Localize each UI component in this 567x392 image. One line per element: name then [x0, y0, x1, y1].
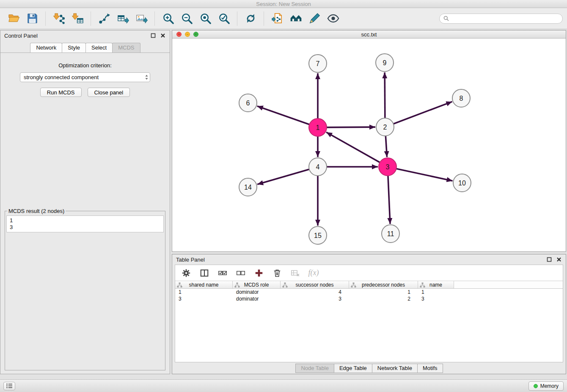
save-session-icon[interactable]	[25, 11, 40, 26]
column-header-label: shared name	[189, 282, 218, 288]
close-window-button[interactable]	[176, 32, 182, 37]
column-header-label: MCDS role	[244, 282, 269, 288]
column-header-successor-nodes[interactable]: successor nodes	[281, 281, 349, 288]
import-table-icon[interactable]	[70, 11, 85, 26]
table-row[interactable]: 3dominator323	[175, 295, 563, 302]
table-cell-shared-name: 1	[175, 289, 233, 295]
zoom-window-button[interactable]	[193, 32, 198, 37]
edge-3-10[interactable]	[394, 168, 453, 181]
node-3[interactable]: 3	[379, 158, 396, 176]
column-header-predecessor-nodes[interactable]: predecessor nodes	[349, 281, 418, 288]
tab-mcds[interactable]: MCDS	[112, 43, 140, 52]
column-sort-icon[interactable]	[351, 282, 356, 288]
table-header-row: shared nameMCDS rolesuccessor nodesprede…	[175, 281, 563, 289]
import-network-icon[interactable]	[51, 11, 66, 26]
column-header-filler	[454, 281, 563, 288]
control-panel-title: Control Panel	[4, 33, 146, 39]
edge-3-1[interactable]	[326, 132, 382, 163]
network-graph[interactable]: 7968124314101511	[172, 39, 566, 251]
column-header-label: successor nodes	[295, 282, 333, 288]
zoom-selected-icon[interactable]	[216, 11, 231, 26]
window-controls	[176, 32, 202, 37]
mcds-result-list[interactable]: 13	[6, 215, 164, 232]
search-box[interactable]	[439, 14, 563, 24]
column-sort-icon[interactable]	[177, 282, 182, 288]
float-panel-icon[interactable]	[150, 33, 156, 39]
table-settings-icon[interactable]	[181, 268, 192, 278]
tab-network[interactable]: Network	[30, 43, 62, 52]
select-all-icon[interactable]	[217, 268, 228, 278]
refresh-icon[interactable]	[243, 11, 258, 26]
zoom-in-icon[interactable]	[160, 11, 176, 26]
memory-button[interactable]: Memory	[528, 381, 564, 391]
optimization-select[interactable]: strongly connected component	[20, 72, 150, 82]
open-file-icon[interactable]	[6, 11, 21, 26]
edge-4-14[interactable]	[257, 168, 312, 184]
tab-select[interactable]: Select	[85, 43, 113, 52]
app-titlebar[interactable]: Session: New Session	[0, 0, 567, 8]
window-title: Session: New Session	[256, 1, 311, 7]
node-9[interactable]: 9	[376, 54, 394, 72]
tab-motifs[interactable]: Motifs	[417, 364, 443, 373]
export-image-icon[interactable]	[134, 11, 149, 26]
network-window-titlebar[interactable]: scc.txt	[172, 30, 566, 39]
column-header-name[interactable]: name	[418, 281, 454, 288]
close-panel-icon[interactable]	[160, 33, 166, 39]
node-1[interactable]: 1	[309, 119, 327, 136]
node-14[interactable]: 14	[239, 178, 257, 196]
edge-3-11[interactable]	[388, 173, 390, 224]
add-row-icon[interactable]	[253, 268, 264, 278]
edge-2-3[interactable]	[385, 133, 387, 157]
close-panel-button[interactable]: Close panel	[88, 88, 130, 97]
column-sort-icon[interactable]	[234, 282, 240, 288]
zoom-fit-icon[interactable]	[198, 11, 213, 26]
tab-node-table[interactable]: Node Table	[295, 364, 334, 373]
node-2[interactable]: 2	[376, 118, 394, 136]
network-window: scc.txt 7968124314101511	[172, 30, 566, 252]
task-history-button[interactable]	[3, 382, 15, 390]
zoom-out-icon[interactable]	[179, 11, 194, 26]
node-15[interactable]: 15	[309, 226, 327, 244]
node-4[interactable]: 4	[309, 158, 327, 176]
table-panel-title: Table Panel	[176, 257, 542, 263]
control-panel-body: Optimization criterion: strongly connect…	[0, 53, 170, 374]
node-10[interactable]: 10	[453, 174, 471, 192]
network-canvas[interactable]: 7968124314101511	[172, 39, 566, 251]
node-6[interactable]: 6	[239, 94, 257, 112]
deselect-all-icon[interactable]	[235, 268, 246, 278]
edge-2-9[interactable]	[385, 72, 385, 121]
column-sort-icon[interactable]	[420, 282, 425, 288]
node-7[interactable]: 7	[309, 55, 327, 72]
column-visibility-icon[interactable]	[199, 268, 210, 278]
edge-1-2[interactable]	[324, 127, 375, 127]
tab-style[interactable]: Style	[62, 43, 86, 52]
annotations-icon[interactable]	[307, 11, 322, 26]
search-input[interactable]	[451, 16, 559, 22]
export-network-icon[interactable]	[96, 11, 112, 26]
tab-edge-table[interactable]: Edge Table	[334, 364, 372, 373]
toggle-visibility-icon[interactable]	[325, 11, 341, 26]
edge-1-6[interactable]	[257, 106, 312, 125]
edge-2-8[interactable]	[391, 102, 452, 125]
column-header-mcds-role[interactable]: MCDS role	[233, 281, 281, 288]
column-header-shared-name[interactable]: shared name	[175, 281, 233, 288]
copy-view-icon[interactable]	[270, 11, 285, 26]
table-row[interactable]: 1dominator411	[175, 289, 563, 295]
node-11[interactable]: 11	[382, 225, 399, 243]
memory-status-dot	[534, 384, 538, 388]
export-table-icon[interactable]	[115, 11, 130, 26]
tab-network-table[interactable]: Network Table	[372, 364, 418, 373]
close-table-panel-icon[interactable]	[556, 257, 562, 263]
first-neighbors-icon[interactable]	[288, 11, 303, 26]
memory-label: Memory	[540, 383, 559, 389]
control-panel-tabs: NetworkStyleSelectMCDS	[0, 41, 170, 53]
optimization-select-value: strongly connected component	[24, 74, 145, 80]
float-table-panel-icon[interactable]	[546, 257, 552, 263]
table-body[interactable]: 1dominator4113dominator323	[175, 289, 563, 362]
run-mcds-button[interactable]: Run MCDS	[40, 88, 82, 97]
table-cell-name: 1	[418, 289, 454, 295]
delete-row-icon[interactable]	[272, 268, 283, 278]
column-sort-icon[interactable]	[282, 282, 288, 288]
minimize-window-button[interactable]	[185, 32, 190, 37]
node-8[interactable]: 8	[452, 89, 470, 107]
